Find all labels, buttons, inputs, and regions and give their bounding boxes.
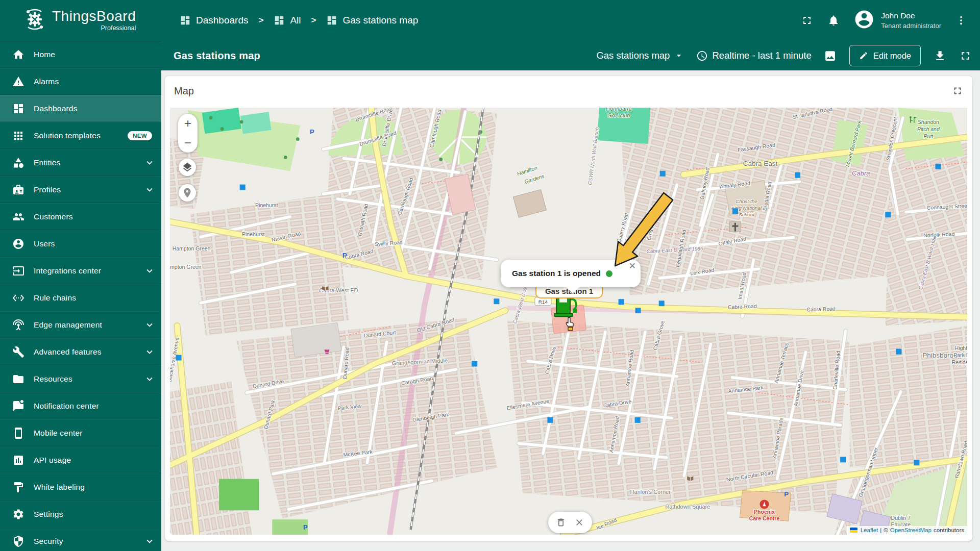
notifications-bell-icon[interactable]: [827, 14, 840, 27]
chevron-down-icon: [144, 184, 155, 195]
attrib-copy: ©: [884, 527, 888, 533]
leaflet-map[interactable]: R14Drumcliffe RoadDrumcliffe RoadDrumcli…: [170, 108, 967, 535]
sidebar-item-profiles[interactable]: Profiles: [0, 176, 161, 203]
sidebar-item-advanced[interactable]: Advanced features: [0, 338, 161, 365]
entity-marker[interactable]: [619, 299, 624, 305]
entity-marker[interactable]: [840, 457, 846, 462]
entity-marker[interactable]: [659, 300, 665, 306]
sidebar-item-white-labeling[interactable]: White labeling: [0, 473, 161, 500]
entity-marker[interactable]: [935, 164, 941, 169]
entity-marker[interactable]: [494, 298, 499, 304]
sidebar-item-customers[interactable]: Customers: [0, 203, 161, 230]
breadcrumb-item[interactable]: All: [274, 15, 301, 26]
zoom-out-button[interactable]: −: [178, 137, 198, 149]
sidebar-item-mobile[interactable]: Mobile center: [0, 419, 161, 446]
sidebar-item-notification[interactable]: Notification center: [0, 392, 161, 419]
breadcrumb-item[interactable]: Gas stations map: [326, 15, 418, 26]
svg-text:Christ the: Christ the: [736, 198, 757, 204]
timewindow-button[interactable]: Realtime - last 1 minute: [696, 50, 811, 62]
breadcrumb-item[interactable]: Dashboards: [180, 15, 248, 26]
logo[interactable]: ThingsBoard Professional: [22, 7, 136, 34]
dashboard-state-select[interactable]: Gas stations map: [596, 50, 684, 61]
status-dot: [606, 270, 612, 277]
sidebar-item-settings[interactable]: Settings: [0, 500, 161, 528]
chevron-down-icon: [144, 373, 155, 385]
sidebar-item-alarms[interactable]: Alarms: [0, 68, 161, 95]
breadcrumb-label: All: [290, 15, 301, 26]
entity-marker[interactable]: [795, 172, 800, 178]
sidebar-item-edge[interactable]: Edge management: [0, 311, 161, 338]
entity-marker[interactable]: [885, 212, 891, 217]
sidebar-item-label: Security: [34, 537, 63, 546]
sidebar-item-rule-chains[interactable]: Rule chains: [0, 284, 161, 311]
sidebar-item-label: Alarms: [34, 77, 59, 86]
sidebar-item-integrations[interactable]: Integrations center: [0, 257, 161, 284]
kebab-menu-icon[interactable]: [954, 14, 968, 27]
dashboards-icon: [12, 103, 24, 115]
entity-marker[interactable]: [547, 417, 553, 423]
entity-marker[interactable]: [660, 171, 666, 177]
alarms-icon: [12, 76, 24, 88]
dashboard-content: Map R14Drumcliffe RoadDrumcliffe RoadDru…: [161, 70, 980, 551]
svg-text:P: P: [784, 490, 789, 498]
fullscreen-icon[interactable]: [800, 14, 814, 27]
close-selection-icon[interactable]: [574, 517, 584, 528]
sidebar-item-solution-templates[interactable]: Solution templatesNEW: [0, 122, 161, 149]
download-icon[interactable]: [933, 49, 946, 62]
edit-mode-button[interactable]: Edit mode: [849, 45, 921, 66]
map-layers-button[interactable]: [179, 159, 196, 176]
breadcrumb: Dashboards>All>Gas stations map: [180, 0, 418, 41]
leaflet-link[interactable]: Leaflet: [861, 527, 878, 533]
image-export-icon[interactable]: [824, 49, 837, 62]
integrations-icon: [12, 265, 24, 277]
sidebar-item-security[interactable]: Security: [0, 528, 161, 551]
dashboard-toolbar: Gas stations map Gas stations map Realti…: [161, 41, 980, 70]
ukraine-flag-icon: [850, 528, 857, 533]
entity-marker[interactable]: [240, 185, 246, 190]
entity-marker[interactable]: [472, 361, 477, 367]
expand-fullscreen-icon[interactable]: [959, 49, 972, 62]
road-ref-badge: R14: [535, 297, 551, 306]
widget-fullscreen-icon[interactable]: [952, 85, 963, 96]
dashboard-icon: [326, 15, 337, 26]
svg-text:Shandon: Shandon: [918, 119, 939, 125]
map-locate-button[interactable]: [179, 184, 196, 202]
tooltip-pointer: [566, 287, 579, 294]
sidebar-item-home[interactable]: Home: [0, 41, 161, 68]
sidebar-item-users[interactable]: Users: [0, 230, 161, 257]
mobile-icon: [12, 427, 24, 439]
osm-link[interactable]: OpenStreetMap: [890, 527, 932, 533]
advanced-icon: [12, 346, 24, 358]
rule-chains-icon: [12, 292, 24, 304]
solution-templates-icon: [12, 130, 24, 142]
entity-marker[interactable]: [635, 308, 641, 313]
sidebar-item-entities[interactable]: Entities: [0, 149, 161, 176]
sidebar-item-label: Mobile center: [34, 429, 83, 438]
avatar: [853, 9, 875, 32]
user-name: John Doe: [881, 11, 941, 21]
poi-phoenix-icon: [760, 499, 769, 509]
delete-marker-icon[interactable]: [556, 517, 566, 528]
entity-marker[interactable]: [732, 208, 738, 214]
svg-text:P: P: [310, 128, 314, 136]
sidebar-item-label: Integrations center: [34, 266, 101, 276]
new-badge: NEW: [128, 131, 152, 140]
zoom-in-button[interactable]: +: [178, 117, 198, 130]
sidebar-item-label: Notification center: [34, 402, 99, 411]
sidebar-item-api[interactable]: API usage: [0, 446, 161, 473]
sidebar-item-dashboards[interactable]: Dashboards: [0, 95, 161, 122]
entity-marker[interactable]: [896, 349, 901, 355]
tooltip-close-icon[interactable]: ✕: [629, 261, 636, 271]
api-icon: [12, 454, 24, 466]
svg-text:Care Centre: Care Centre: [749, 516, 780, 521]
sidebar-item-resources[interactable]: Resources: [0, 365, 161, 392]
notification-icon: [12, 400, 24, 412]
sidebar-nav: HomeAlarmsDashboardsSolution templatesNE…: [0, 41, 161, 551]
svg-text:Putt: Putt: [924, 134, 934, 139]
entity-marker[interactable]: [635, 417, 641, 423]
entity-marker[interactable]: [914, 460, 919, 465]
entity-marker[interactable]: [176, 355, 182, 361]
user-menu[interactable]: John Doe Tenant administrator: [853, 9, 941, 32]
customers-icon: [12, 211, 24, 223]
pencil-icon: [859, 51, 868, 60]
